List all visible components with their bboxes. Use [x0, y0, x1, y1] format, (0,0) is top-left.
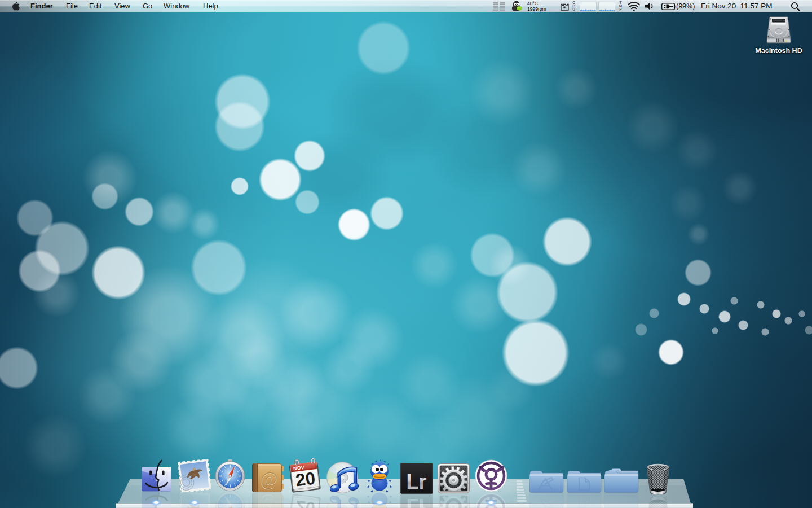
svg-text:20: 20 [294, 468, 316, 490]
svg-text:Lr: Lr [407, 494, 427, 508]
svg-text:Lr: Lr [407, 470, 427, 493]
svg-text:@: @ [260, 495, 277, 508]
svg-text:@: @ [260, 468, 277, 489]
